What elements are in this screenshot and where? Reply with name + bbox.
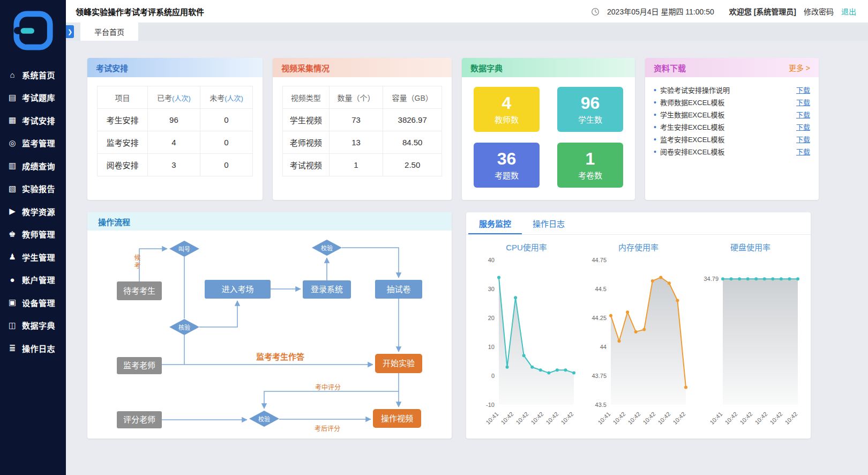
table-cell[interactable]: 3 — [147, 154, 200, 176]
svg-text:34.79: 34.79 — [704, 276, 719, 282]
sidebar-item-home[interactable]: ⌂系统首页 — [0, 63, 66, 86]
sidebar-item-accounts[interactable]: ●账户管理 — [0, 269, 66, 292]
column-header: 项目 — [98, 86, 148, 109]
chart-plot: 403020100-1010:4110:4210:4210:4210:4210:… — [473, 253, 580, 438]
table-cell[interactable]: 4 — [147, 131, 200, 154]
svg-text:10:42: 10:42 — [514, 411, 529, 426]
flow-label-standby: 候考 — [132, 254, 141, 270]
sidebar-item-label: 监考管理 — [22, 137, 55, 149]
chart-title: CPU使用率 — [506, 241, 547, 253]
sidebar-item-label: 系统首页 — [22, 69, 55, 80]
svg-text:10:42: 10:42 — [723, 411, 738, 426]
stat-tile: 4教师数 — [474, 87, 540, 132]
table-cell[interactable]: 96 — [147, 109, 200, 131]
bullet-icon: • — [654, 86, 656, 94]
sidebar-item-teachers[interactable]: ♚教师管理 — [0, 223, 66, 246]
svg-text:10:42: 10:42 — [671, 411, 686, 426]
table-cell: 0 — [200, 131, 252, 154]
downloads-card-title: 资料下载 — [654, 62, 686, 73]
chart-container: 内存使用率44.7544.544.254443.7543.510:4110:42… — [585, 237, 692, 438]
stat-value: 4 — [502, 94, 512, 113]
svg-text:10:42: 10:42 — [768, 411, 783, 426]
table-cell: 3826.97 — [383, 109, 442, 131]
tab-service-monitor[interactable]: 服务监控 — [468, 212, 522, 234]
document-icon: ▤ — [8, 93, 17, 102]
download-link[interactable]: 下载 — [796, 109, 810, 120]
svg-text:43.5: 43.5 — [595, 402, 606, 408]
download-item-name: 考生安排EXCEL模板 — [660, 122, 796, 132]
svg-text:44: 44 — [600, 344, 606, 350]
sidebar-item-lab-report[interactable]: ▧实验报告 — [0, 177, 66, 201]
log-icon: ≣ — [8, 343, 17, 353]
charts-row: CPU使用率403020100-1010:4110:4210:4210:4210… — [466, 235, 811, 438]
stat-value: 1 — [586, 150, 595, 168]
dictionary-icon: ◫ — [8, 321, 17, 330]
table-cell: 监考安排 — [98, 131, 148, 154]
sidebar-item-resources[interactable]: ▶教学资源 — [0, 200, 66, 223]
svg-text:20: 20 — [488, 315, 494, 321]
flow-node-login-system: 登录系统 — [303, 280, 351, 299]
download-item-name: 教师数据EXCEL模板 — [660, 97, 796, 107]
clock-icon — [591, 6, 600, 16]
main-area: 领峰实验操作考试考评系统应用软件 2023年05月4日 星期四 11:00:50… — [66, 0, 868, 475]
sidebar-item-label: 实验报告 — [22, 183, 55, 194]
download-link[interactable]: 下载 — [796, 122, 810, 132]
tab-operation-log[interactable]: 操作日志 — [522, 212, 575, 234]
flow-connectors — [87, 231, 452, 439]
chart-plot: 34.7910:4110:4210:4210:4210:4210:42 — [697, 253, 804, 438]
sidebar-item-label: 数据字典 — [22, 320, 55, 331]
sidebar-item-exam-plan[interactable]: ▦考试安排 — [0, 109, 66, 132]
app-root: ⌂系统首页▤考试题库▦考试安排◎监考管理▥成绩查询▧实验报告▶教学资源♚教师管理… — [0, 0, 868, 475]
sidebar-item-exam-bank[interactable]: ▤考试题库 — [0, 86, 66, 109]
sidebar-item-label: 考试题库 — [22, 92, 55, 103]
sidebar-item-scores[interactable]: ▥成绩查询 — [0, 154, 66, 177]
flowchart: 待考考生 叫号 候考 进入考场 登录系统 校验 抽试卷 核验 监考老师 监考考生… — [87, 231, 452, 439]
svg-text:10:42: 10:42 — [499, 411, 514, 426]
chart-title: 内存使用率 — [618, 241, 659, 253]
logout-link[interactable]: 退出 — [841, 6, 856, 17]
table-row: 考生安排960 — [98, 109, 253, 131]
home-icon: ⌂ — [8, 70, 17, 79]
svg-text:10:42: 10:42 — [529, 411, 544, 426]
table-row: 学生视频733826.97 — [283, 109, 442, 131]
stat-tile: 96学生数 — [557, 87, 623, 132]
video-capture-card: 视频采集情况 视频类型数量（个）容量（GB）学生视频733826.97老师视频1… — [273, 58, 452, 200]
stat-label: 学生数 — [578, 114, 602, 125]
download-link[interactable]: 下载 — [796, 85, 810, 95]
column-header: 未考(人次) — [200, 86, 252, 109]
download-link[interactable]: 下载 — [796, 146, 810, 157]
tab-platform-home[interactable]: 平台首页 — [80, 23, 138, 41]
column-header: 容量（GB） — [383, 86, 442, 109]
stat-label: 教师数 — [495, 114, 519, 125]
svg-text:10:42: 10:42 — [626, 411, 641, 426]
svg-text:44.75: 44.75 — [592, 257, 607, 263]
download-list: •实验考试安排操作说明下载•教师数据EXCEL模板下载•学生数据EXCEL模板下… — [645, 77, 819, 158]
sidebar-item-op-log[interactable]: ≣操作日志 — [0, 337, 66, 360]
download-link[interactable]: 下载 — [796, 134, 810, 144]
chart-title: 硬盘使用率 — [730, 241, 770, 253]
sidebar-item-devices[interactable]: ▣设备管理 — [0, 291, 66, 314]
download-item: •考生安排EXCEL模板下载 — [654, 121, 810, 133]
download-link[interactable]: 下载 — [796, 97, 810, 107]
sidebar-item-students[interactable]: ♟学生管理 — [0, 246, 66, 269]
change-password-link[interactable]: 修改密码 — [804, 6, 834, 17]
table-cell: 阅卷安排 — [98, 154, 148, 176]
tab-strip: ❯ 平台首页 — [66, 23, 868, 41]
table-cell: 0 — [200, 109, 252, 131]
svg-text:10:41: 10:41 — [708, 411, 723, 426]
chart-plot: 44.7544.544.254443.7543.510:4110:4210:42… — [585, 253, 692, 438]
sidebar-item-label: 考试安排 — [22, 115, 55, 126]
sidebar-toggle-button[interactable]: ❯ — [66, 25, 74, 38]
sidebar-item-label: 成绩查询 — [22, 160, 55, 172]
table-cell: 1 — [329, 154, 383, 176]
report-icon: ▧ — [8, 184, 17, 194]
monitor-tabs: 服务监控操作日志 — [466, 212, 811, 235]
sidebar-item-invigilate[interactable]: ◎监考管理 — [0, 132, 66, 155]
sidebar-item-dictionary[interactable]: ◫数据字典 — [0, 314, 66, 337]
student-icon: ♟ — [8, 252, 17, 262]
flow-label-post-scoring: 考后评分 — [315, 424, 340, 433]
svg-text:10:42: 10:42 — [641, 411, 656, 426]
more-link[interactable]: 更多 > — [789, 62, 810, 73]
download-item: •实验考试安排操作说明下载 — [654, 84, 810, 96]
table-cell: 考生安排 — [98, 109, 148, 131]
